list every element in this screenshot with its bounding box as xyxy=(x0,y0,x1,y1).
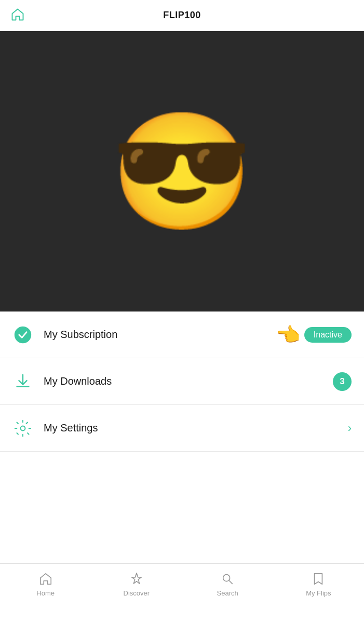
check-badge-icon xyxy=(12,324,33,345)
tab-discover[interactable]: Discover xyxy=(91,571,182,597)
search-tab-icon xyxy=(220,571,235,587)
pointing-hand-icon: 👈 xyxy=(276,323,300,346)
search-tab-label: Search xyxy=(217,589,238,597)
download-icon xyxy=(12,371,33,392)
settings-label: My Settings xyxy=(44,422,348,434)
tab-search[interactable]: Search xyxy=(182,571,273,597)
downloads-menu-item[interactable]: My Downloads 3 xyxy=(0,358,364,405)
home-tab-label: Home xyxy=(36,589,55,597)
settings-menu-item[interactable]: My Settings › xyxy=(0,405,364,452)
discover-tab-icon xyxy=(129,571,144,587)
profile-emoji: 😎 xyxy=(111,114,253,228)
myflips-tab-label: My Flips xyxy=(306,589,331,597)
tab-myflips[interactable]: My Flips xyxy=(273,571,364,597)
app-header: FLIP100 xyxy=(0,0,364,31)
header-home-icon[interactable] xyxy=(10,7,25,24)
subscription-label: My Subscription xyxy=(44,329,276,341)
discover-tab-label: Discover xyxy=(124,589,150,597)
tab-bar: Home Discover Search My Flips xyxy=(0,563,364,623)
subscription-menu-item[interactable]: My Subscription 👈 Inactive xyxy=(0,312,364,358)
inactive-badge: Inactive xyxy=(304,327,352,343)
page-title: FLIP100 xyxy=(163,10,201,21)
myflips-tab-icon xyxy=(311,571,326,587)
svg-point-1 xyxy=(21,426,25,430)
chevron-right-icon: › xyxy=(348,422,352,435)
gear-icon xyxy=(12,418,33,439)
home-tab-icon xyxy=(38,571,53,587)
svg-point-0 xyxy=(15,326,31,343)
tab-home[interactable]: Home xyxy=(0,571,91,597)
downloads-label: My Downloads xyxy=(44,375,333,387)
hero-section: 😎 xyxy=(0,31,364,312)
profile-menu: My Subscription 👈 Inactive My Downloads … xyxy=(0,312,364,452)
downloads-count-badge: 3 xyxy=(333,372,352,391)
